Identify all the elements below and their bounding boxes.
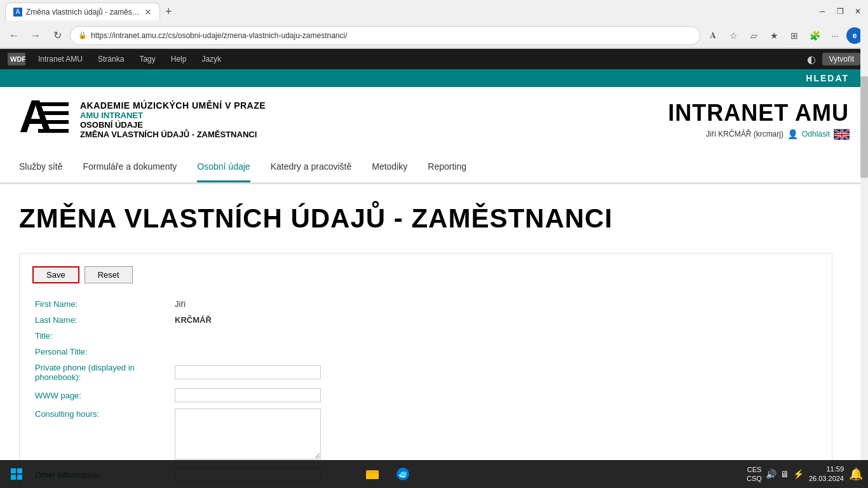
taskbar-left (5, 463, 28, 485)
nav-formulare[interactable]: Formuláře a dokumenty (83, 152, 177, 182)
cms-menu-stranka[interactable]: Stránka (95, 51, 126, 67)
field-label-consulting: Consulting hours: (32, 405, 172, 464)
power-icon[interactable]: ⚡ (793, 469, 804, 479)
taskbar-file-explorer[interactable] (358, 463, 386, 485)
save-button[interactable]: Save (32, 266, 79, 283)
consulting-textarea[interactable] (175, 409, 321, 459)
nav-sluzby-site[interactable]: Služby sítě (19, 152, 62, 182)
read-mode-icon[interactable]: 𝐀 (704, 27, 722, 44)
split-view-icon[interactable]: ▱ (745, 27, 763, 44)
cms-logo: WDF (8, 53, 25, 65)
nav-katedry[interactable]: Katedry a pracoviště (271, 152, 352, 182)
refresh-button[interactable]: ↻ (48, 27, 66, 44)
field-value-phone (172, 360, 819, 385)
table-row: Private phone (displayed in phonebook): (32, 360, 819, 385)
new-tab-button[interactable]: + (160, 3, 177, 20)
site-header-top: A AKADEMIE MÚZICKÝCH UMĚNÍ V PRAZE AMU I… (0, 87, 868, 152)
bookmark-icon[interactable]: ☆ (724, 27, 742, 44)
main-nav: Služby sítě Formuláře a dokumenty Osobní… (0, 152, 868, 184)
table-row: First Name: Jiří (32, 296, 819, 312)
tab-close-btn[interactable]: ✕ (144, 7, 152, 17)
svg-rect-18 (11, 475, 16, 480)
page-title: ZMĚNA VLASTNÍCH ÚDAJŮ - ZAMĚSTNANCI (19, 203, 849, 234)
volume-icon[interactable]: 🔊 (766, 469, 776, 479)
field-label-title: Title: (32, 328, 172, 344)
extensions-icon[interactable]: 🧩 (806, 27, 824, 44)
language-indicator: CESCSQ (747, 465, 762, 484)
section-title: OSOBNÍ ÚDAJE (80, 120, 266, 130)
language-flag-icon[interactable] (834, 129, 849, 139)
table-row: Personal Title: (32, 344, 819, 360)
site-brand: INTRANET AMU Jiří KRČMÁŘ (krcmarj) 👤 Odh… (668, 100, 849, 139)
lock-icon: 🔒 (78, 31, 87, 39)
page-subtitle: ZMĚNA VLASTNÍCH ÚDAJŮ - ZAMĚSTNANCI (80, 130, 266, 139)
start-button[interactable] (5, 463, 28, 485)
browser-toolbar: ← → ↻ 🔒 𝐀 ☆ ▱ ★ ⊞ 🧩 ··· e (0, 23, 868, 48)
collections-icon[interactable]: ⊞ (785, 27, 803, 44)
logout-link[interactable]: Odhlásit (802, 130, 830, 139)
network-icon[interactable]: 🖥 (780, 469, 789, 479)
field-value-title (172, 328, 819, 344)
field-value-firstname: Jiří (172, 296, 819, 312)
form-buttons: Save Reset (32, 266, 819, 283)
search-label[interactable]: HLEDAT (806, 73, 849, 83)
www-input[interactable] (175, 388, 321, 402)
browser-tab[interactable]: A Změna vlastních údajů - zaměstr... ✕ (5, 3, 160, 20)
svg-rect-4 (38, 111, 69, 115)
field-value-personal-title (172, 344, 819, 360)
site-header: HLEDAT A AKADEMIE MÚZICKÝCH UMĚNÍ V PRAZ… (0, 69, 868, 184)
brand-name: INTRANET AMU (668, 100, 849, 126)
taskbar-system-icons: CESCSQ 🔊 🖥 ⚡ (747, 465, 804, 484)
phone-input[interactable] (175, 365, 321, 379)
url-input[interactable] (91, 31, 692, 40)
cms-menu-tagy[interactable]: Tagy (137, 51, 158, 67)
taskbar: CESCSQ 🔊 🖥 ⚡ 11:59 26.03.2024 🔔 (0, 460, 868, 488)
field-label-lastname: Last Name: (32, 312, 172, 328)
search-bar[interactable]: HLEDAT (0, 69, 868, 87)
scrollbar[interactable] (860, 0, 868, 488)
svg-text:WDF: WDF (10, 55, 25, 63)
table-row: Title: (32, 328, 819, 344)
back-button[interactable]: ← (5, 27, 23, 44)
table-row: WWW page: (32, 385, 819, 405)
reset-button[interactable]: Reset (85, 266, 133, 283)
cms-menu-intranet[interactable]: Intranet AMU (36, 51, 85, 67)
favorites-icon[interactable]: ★ (765, 27, 783, 44)
address-bar[interactable]: 🔒 (70, 26, 700, 45)
amu-logo: A (19, 97, 70, 142)
svg-rect-17 (17, 468, 22, 473)
field-value-www (172, 385, 819, 405)
svg-rect-19 (17, 475, 22, 480)
create-button[interactable]: Vytvořit (822, 53, 860, 65)
forward-button[interactable]: → (27, 27, 44, 44)
time-display: 11:59 (809, 464, 844, 474)
cms-admin-bar: WDF Intranet AMU Stránka Tagy Help Jazyk… (0, 49, 868, 69)
window-controls: ─ ❐ ✕ (817, 7, 863, 16)
user-icon: 👤 (787, 129, 798, 139)
notification-icon[interactable]: 🔔 (849, 467, 863, 481)
field-label-personal-title: Personal Title: (32, 344, 172, 360)
restore-button[interactable]: ❐ (835, 7, 845, 16)
svg-rect-5 (38, 120, 69, 124)
form-table: First Name: Jiří Last Name: KRČMÁŘ Title… (32, 296, 819, 485)
nav-metodiky[interactable]: Metodiky (372, 152, 407, 182)
intranet-link[interactable]: AMU INTRANET (80, 111, 266, 120)
date-display: 26.03.2024 (809, 474, 844, 484)
browser-toolbar-icons: 𝐀 ☆ ▱ ★ ⊞ 🧩 ··· e (704, 27, 863, 44)
svg-rect-16 (11, 468, 16, 473)
nav-reporting[interactable]: Reporting (428, 152, 466, 182)
more-icon[interactable]: ··· (826, 27, 844, 44)
theme-toggle-icon[interactable]: ◐ (807, 53, 816, 65)
cms-right-controls: ◐ Vytvořit (807, 53, 860, 65)
taskbar-edge[interactable] (389, 463, 417, 485)
svg-rect-6 (38, 129, 69, 133)
minimize-button[interactable]: ─ (817, 7, 827, 16)
svg-rect-15 (834, 134, 850, 135)
nav-osobni-udaje[interactable]: Osobní údaje (197, 152, 250, 182)
scrollbar-thumb[interactable] (860, 76, 868, 178)
cms-menu-help[interactable]: Help (168, 51, 189, 67)
svg-rect-3 (38, 102, 69, 106)
table-row: Last Name: KRČMÁŘ (32, 312, 819, 328)
cms-menu-jazyk[interactable]: Jazyk (199, 51, 224, 67)
form-area: Save Reset First Name: Jiří Last Name: K… (19, 253, 832, 488)
